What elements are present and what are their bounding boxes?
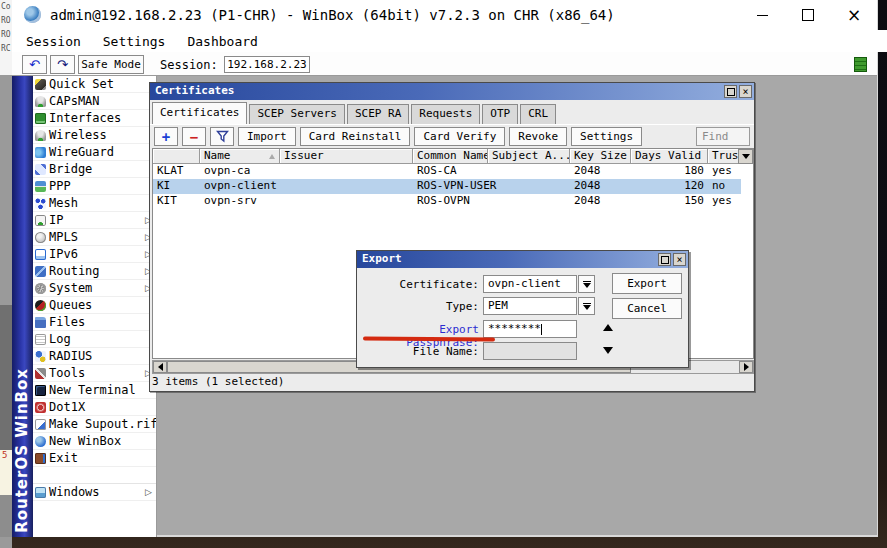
- main-titlebar[interactable]: admin@192.168.2.23 (P1-CHR) - WinBox (64…: [12, 0, 877, 30]
- import-button[interactable]: Import: [238, 127, 296, 146]
- sidebar-item-system[interactable]: System▷: [33, 280, 156, 297]
- table-row[interactable]: KLATovpn-caROS-CA2048180yes: [153, 164, 741, 179]
- sidebar-item-label: System: [49, 281, 92, 295]
- table-cell: ROS-CA: [413, 164, 488, 179]
- certificates-window-titlebar[interactable]: Certificates: [150, 83, 754, 100]
- certificates-maximize-button[interactable]: [724, 85, 737, 98]
- sidebar-item-label: Dot1X: [49, 400, 85, 414]
- export-maximize-button[interactable]: [658, 253, 671, 266]
- card-reinstall-button[interactable]: Card Reinstall: [300, 127, 411, 146]
- file-name-field[interactable]: [483, 342, 577, 360]
- safe-mode-button[interactable]: Safe Mode: [78, 55, 144, 74]
- scroll-left-button[interactable]: [153, 361, 167, 373]
- maximize-button[interactable]: [785, 0, 831, 30]
- menubar: Session Settings Dashboard: [12, 30, 887, 52]
- sidebar-item-ppp[interactable]: PPP: [33, 178, 156, 195]
- sidebar-item-log[interactable]: Log: [33, 331, 156, 348]
- tab-scep-servers[interactable]: SCEP Servers: [249, 104, 344, 124]
- status-text: 3 items (1 selected): [152, 375, 284, 388]
- export-dialog-titlebar[interactable]: Export: [357, 251, 688, 268]
- sidebar-item-windows[interactable]: Windows▷: [33, 483, 156, 501]
- settings-button[interactable]: Settings: [571, 127, 642, 146]
- certificates-close-button[interactable]: ×: [739, 85, 752, 98]
- sidebar-item-bridge[interactable]: Bridge: [33, 161, 156, 178]
- column-header-trus[interactable]: Trus: [708, 149, 741, 164]
- sidebar-item-files[interactable]: Files: [33, 314, 156, 331]
- sidebar-item-radius[interactable]: RADIUS: [33, 348, 156, 365]
- sidebar-item-ipv6[interactable]: IPv6▷: [33, 246, 156, 263]
- menu-session[interactable]: Session: [26, 34, 81, 49]
- sidebar-item-label: PPP: [49, 179, 71, 193]
- sidebar-item-make-supout-rif[interactable]: Make Supout.rif: [33, 416, 156, 433]
- remove-button[interactable]: −: [182, 127, 206, 146]
- interface-card-icon: [35, 113, 46, 124]
- spin-down-icon[interactable]: [603, 347, 613, 354]
- chevron-down-icon: [583, 305, 591, 310]
- scroll-right-button[interactable]: [739, 361, 753, 373]
- card-verify-button[interactable]: Card Verify: [414, 127, 505, 146]
- tab-crl[interactable]: CRL: [520, 104, 556, 124]
- sidebar-item-interfaces[interactable]: Interfaces: [33, 110, 156, 127]
- column-header-flags[interactable]: [153, 149, 200, 164]
- exit-icon: [35, 453, 46, 464]
- sidebar-item-mesh[interactable]: Mesh: [33, 195, 156, 212]
- close-button[interactable]: ×: [831, 0, 877, 30]
- type-field[interactable]: PEM: [483, 297, 577, 315]
- sidebar-item-label: RADIUS: [49, 349, 92, 363]
- wand-icon: [35, 79, 46, 90]
- text-cursor: [541, 324, 542, 335]
- sidebar-item-wireless[interactable]: Wireless: [33, 127, 156, 144]
- table-cell: [280, 194, 413, 209]
- menu-dashboard[interactable]: Dashboard: [187, 34, 257, 49]
- cancel-button[interactable]: Cancel: [612, 298, 682, 319]
- column-header-common-name[interactable]: Common Name: [413, 149, 488, 164]
- sidebar-item-mpls[interactable]: MPLS▷: [33, 229, 156, 246]
- tab-requests[interactable]: Requests: [411, 104, 480, 124]
- certificate-field[interactable]: ovpn-client: [483, 275, 577, 293]
- type-dropdown-button[interactable]: [578, 297, 595, 315]
- revoke-button[interactable]: Revoke: [509, 127, 567, 146]
- column-header-subject-a-[interactable]: Subject A...: [488, 149, 570, 164]
- session-value-box[interactable]: 192.168.2.23: [224, 56, 310, 73]
- sidebar-item-exit[interactable]: Exit: [33, 450, 156, 467]
- column-header-issuer[interactable]: Issuer: [280, 149, 413, 164]
- sidebar-item-queues[interactable]: Queues: [33, 297, 156, 314]
- background-window-body-dark: [0, 305, 12, 450]
- filter-button[interactable]: [210, 127, 234, 146]
- table-row[interactable]: KITovpn-srvROS-OVPN2048150yes: [153, 194, 741, 209]
- winbox-main-window: admin@192.168.2.23 (P1-CHR) - WinBox (64…: [12, 0, 878, 537]
- redo-button[interactable]: ↷: [50, 55, 75, 74]
- spin-up-icon[interactable]: [603, 324, 613, 331]
- table-row[interactable]: KIovpn-clientROS-VPN-USER2048120no: [153, 179, 741, 194]
- sidebar-item-dot1x[interactable]: Dot1X: [33, 399, 156, 416]
- sidebar-item-routing[interactable]: Routing▷: [33, 263, 156, 280]
- sidebar-item-quick-set[interactable]: Quick Set: [33, 76, 156, 93]
- minimize-icon: [757, 15, 768, 16]
- undo-button[interactable]: ↶: [22, 55, 47, 74]
- tab-scep-ra[interactable]: SCEP RA: [347, 104, 409, 124]
- column-selector-button[interactable]: [738, 149, 753, 164]
- find-box[interactable]: Find: [696, 127, 750, 146]
- sidebar-item-wireguard[interactable]: WireGuard: [33, 144, 156, 161]
- sidebar-item-ip[interactable]: IP▷: [33, 212, 156, 229]
- export-button[interactable]: Export: [612, 273, 682, 294]
- sidebar-item-tools[interactable]: Tools▷: [33, 365, 156, 382]
- column-header-key-size[interactable]: Key Size: [570, 149, 631, 164]
- column-header-days-valid[interactable]: Days Valid: [631, 149, 708, 164]
- dot1x-icon: [35, 402, 46, 413]
- sidebar-item-capsman[interactable]: CAPsMAN: [33, 93, 156, 110]
- export-close-button[interactable]: ×: [673, 253, 686, 266]
- tab-certificates[interactable]: Certificates: [152, 102, 247, 125]
- minimize-button[interactable]: [739, 0, 785, 30]
- routing-icon: [35, 266, 46, 277]
- export-passphrase-field[interactable]: ********: [483, 320, 577, 338]
- certificate-dropdown-button[interactable]: [578, 275, 595, 293]
- sidebar-item-new-winbox[interactable]: New WinBox: [33, 433, 156, 450]
- menu-settings[interactable]: Settings: [103, 34, 166, 49]
- column-header-name[interactable]: Name: [200, 149, 280, 164]
- tab-otp[interactable]: OTP: [482, 104, 518, 124]
- table-cell: KIT: [153, 194, 200, 209]
- add-button[interactable]: +: [154, 127, 178, 146]
- table-cell: 2048: [570, 194, 631, 209]
- sidebar-item-new-terminal[interactable]: New Terminal: [33, 382, 156, 399]
